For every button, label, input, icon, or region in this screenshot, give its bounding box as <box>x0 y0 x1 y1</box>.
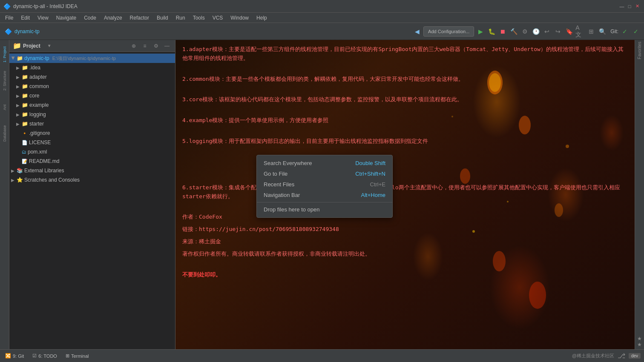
tree-root-path: E:\项目\dynamic-tp\dynamic-tp <box>52 55 116 62</box>
tree-item-adapter[interactable]: ▶ 📁 adapter <box>9 72 175 82</box>
favorites-label: Favorites <box>637 42 642 59</box>
build-icon[interactable]: 🔨 <box>509 27 518 36</box>
project-tree: ▶ 📁 dynamic-tp E:\项目\dynamic-tp\dynamic-… <box>9 52 175 349</box>
popup-item-shortcut: Ctrl+Shift+N <box>355 171 385 177</box>
editor-line-empty1 <box>182 66 628 71</box>
menu-file[interactable]: File <box>2 14 17 22</box>
menu-vcs[interactable]: VCS <box>209 14 227 22</box>
project-icon: 🔷 <box>3 27 13 36</box>
tree-item-root[interactable]: ▶ 📁 dynamic-tp E:\项目\dynamic-tp\dynamic-… <box>9 54 175 63</box>
tree-item-common[interactable]: ▶ 📁 common <box>9 82 175 91</box>
menu-tools[interactable]: Tools <box>190 14 208 22</box>
undo-icon[interactable]: ↩ <box>542 27 552 36</box>
tree-item-label: pom.xml <box>28 149 47 155</box>
stop-icon[interactable]: ⏹ <box>498 27 507 36</box>
layout-icon[interactable]: ⊞ <box>586 27 596 36</box>
editor-line-3: 3.core模块：该框架的核心代码都在这个模块里，包括动态调整参数，监控报警，以… <box>182 95 628 104</box>
menu-view[interactable]: View <box>34 14 52 22</box>
tree-item-example[interactable]: ▶ 📁 example <box>9 100 175 110</box>
menu-analyze[interactable]: Analyze <box>101 14 126 22</box>
tree-item-pom[interactable]: ▶ 🗂 pom.xml <box>9 147 175 157</box>
editor-line-empty6 <box>182 262 628 267</box>
editor-area: 1.adapter模块：主要是适配一些第三方组件的线程池管理，目前已经实现的有S… <box>175 40 635 349</box>
popup-item-search[interactable]: Search Everywhere Double Shift <box>257 158 392 168</box>
tree-item-external-libs[interactable]: ▶ 📚 External Libraries <box>9 166 175 175</box>
folder-icon: 📁 <box>17 55 23 61</box>
search-icon[interactable]: 🔍 <box>598 27 607 36</box>
project-collapse-icon[interactable]: ≡ <box>140 41 150 51</box>
menu-navigate[interactable]: Navigate <box>53 14 80 22</box>
favorites-star2[interactable]: ★ <box>637 342 642 348</box>
bookmark-icon[interactable]: 🔖 <box>564 27 574 36</box>
sidebar-item-database[interactable]: Database <box>0 121 9 146</box>
toolbar: 🔷 dynamic-tp ◀ Add Configuration... ▶ 🐛 … <box>0 23 644 40</box>
tree-item-label: logging <box>29 111 46 117</box>
menu-run[interactable]: Run <box>172 14 189 22</box>
editor-line-empty2 <box>182 87 628 92</box>
bottom-terminal-label: Terminal <box>71 353 89 359</box>
git-check2-icon[interactable]: ✓ <box>631 27 641 36</box>
menu-edit[interactable]: Edit <box>17 14 33 22</box>
redo-icon[interactable]: ↪ <box>553 27 563 36</box>
file-icon: 🔸 <box>22 131 28 136</box>
tree-item-starter[interactable]: ▶ 📁 starter <box>9 119 175 128</box>
tree-item-label: starter <box>29 121 44 127</box>
minimize-button[interactable]: — <box>618 3 625 10</box>
bottom-git-button[interactable]: 🔀 9: Git <box>3 352 26 359</box>
menu-refactor[interactable]: Refactor <box>126 14 152 22</box>
sidebar-item-ant[interactable]: Ant <box>0 94 9 120</box>
bottom-todo-button[interactable]: ☑ 6: TODO <box>31 352 59 359</box>
project-settings-icon[interactable]: ⚙ <box>151 41 161 51</box>
clock-icon[interactable]: 🕐 <box>531 27 540 36</box>
back-icon[interactable]: ◀ <box>412 27 422 36</box>
popup-item-goto[interactable]: Go to File Ctrl+Shift+N <box>257 168 392 179</box>
popup-menu: Search Everywhere Double Shift Go to Fil… <box>256 155 393 218</box>
left-sidebar: 1: Project 2: Structure Ant Database <box>0 40 9 349</box>
popup-item-label: Drop files here to open <box>264 206 320 213</box>
project-close-icon[interactable]: — <box>162 41 172 51</box>
sidebar-item-structure[interactable]: 2: Structure <box>0 68 9 94</box>
title-controls: — □ ✕ <box>618 3 641 10</box>
add-config-button[interactable]: Add Configuration... <box>423 26 474 37</box>
menu-help[interactable]: Help <box>253 14 270 22</box>
bottom-git-label: 9: Git <box>13 353 24 359</box>
project-sync-icon[interactable]: ⊕ <box>129 41 138 51</box>
folder-icon: 📁 <box>22 121 28 127</box>
debug-icon[interactable]: 🐛 <box>487 27 496 36</box>
tree-item-logging[interactable]: ▶ 📁 logging <box>9 110 175 119</box>
run-icon[interactable]: ▶ <box>476 27 485 36</box>
editor-line-1: 1.adapter模块：主要是适配一些第三方组件的线程池管理，目前已经实现的有S… <box>182 45 628 63</box>
tree-item-label: core <box>29 93 39 99</box>
menu-window[interactable]: Window <box>227 14 252 22</box>
sidebar-item-project[interactable]: 1: Project <box>0 42 9 67</box>
tree-item-core[interactable]: ▶ 📁 core <box>9 91 175 100</box>
popup-item-recent[interactable]: Recent Files Ctrl+E <box>257 179 392 190</box>
bottom-bar: 🔀 9: Git ☑ 6: TODO ⊞ Terminal @稀土掘金技术社区 … <box>0 349 644 362</box>
file-icon: 🗂 <box>22 149 26 154</box>
arrow-icon: ▶ <box>16 122 20 126</box>
translate-icon[interactable]: A文 <box>575 27 585 36</box>
status-text: @稀土掘金技术社区 <box>572 353 614 359</box>
close-button[interactable]: ✕ <box>634 3 641 10</box>
folder-icon: 📁 <box>22 102 28 108</box>
title-text: dynamic-tp-all - IntelliJ IDEA <box>13 3 78 9</box>
tree-item-scratches[interactable]: ▶ ⭐ Scratches and Consoles <box>9 175 175 185</box>
tree-item-gitignore[interactable]: ▶ 🔸 .gitignore <box>9 128 175 138</box>
maximize-button[interactable]: □ <box>626 3 633 10</box>
bottom-terminal-button[interactable]: ⊞ Terminal <box>64 352 91 359</box>
arrow-icon: ▶ <box>16 112 20 117</box>
popup-item-navbar[interactable]: Navigation Bar Alt+Home <box>257 190 392 200</box>
editor-content: 1.adapter模块：主要是适配一些第三方组件的线程池管理，目前已经实现的有S… <box>175 40 635 349</box>
tree-item-label: README.md <box>29 158 59 164</box>
chevron-down-icon[interactable]: ▼ <box>47 43 52 48</box>
git-check1-icon[interactable]: ✓ <box>620 27 630 36</box>
project-panel: 📁 Project ▼ ⊕ ≡ ⚙ — ▶ 📁 dynamic-tp E:\项目… <box>9 40 175 349</box>
tree-item-idea[interactable]: ▶ 📁 .idea <box>9 63 175 72</box>
tree-item-readme[interactable]: ▶ 📝 README.md <box>9 157 175 166</box>
settings-icon[interactable]: ⚙ <box>520 27 529 36</box>
tree-item-label: .gitignore <box>29 130 50 136</box>
tree-item-license[interactable]: ▶ 📄 LICENSE <box>9 138 175 147</box>
menu-code[interactable]: Code <box>80 14 100 22</box>
menu-build[interactable]: Build <box>153 14 172 22</box>
favorites-star[interactable]: ★ <box>637 336 642 342</box>
